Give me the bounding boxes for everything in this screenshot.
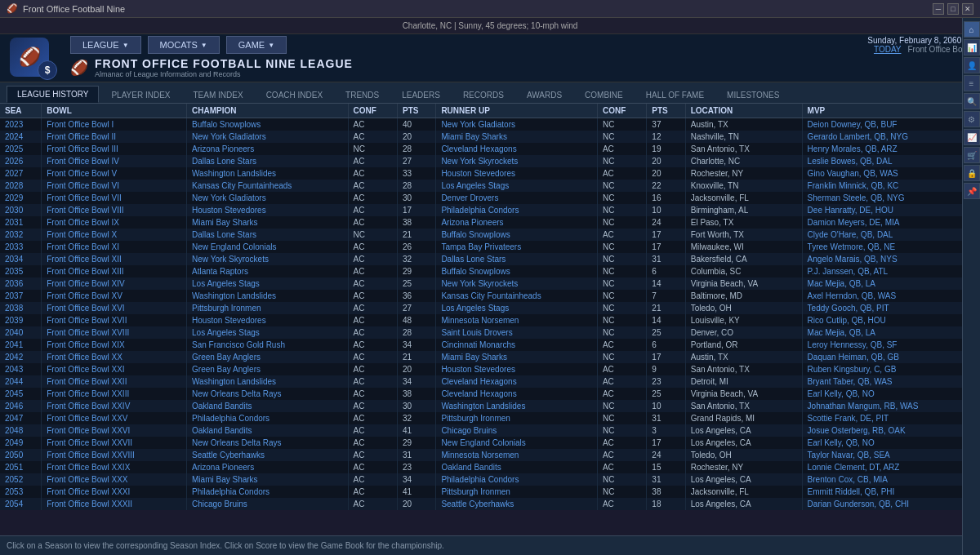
cell-23-1[interactable]: Front Office Bowl XXIV: [42, 400, 187, 412]
sidebar-icon-4[interactable]: 🔍: [964, 93, 980, 109]
cell-27-1[interactable]: Front Office Bowl XXVIII: [42, 449, 187, 461]
game-button[interactable]: GAME ▼: [226, 36, 287, 54]
cell-10-9[interactable]: Tyree Wetmore, QB, NE: [802, 241, 979, 253]
cell-25-5[interactable]: Chicago Bruins: [436, 424, 598, 437]
table-row[interactable]: 2049Front Office Bowl XXVIINew Orleans D…: [0, 437, 980, 449]
table-row[interactable]: 2038Front Office Bowl XVIPittsburgh Iron…: [0, 302, 980, 314]
table-row[interactable]: 2054Front Office Bowl XXXIIChicago Bruin…: [0, 498, 980, 510]
cell-0-9[interactable]: Deion Downey, QB, BUF: [802, 118, 979, 131]
cell-5-9[interactable]: Franklin Minnick, QB, KC: [802, 180, 979, 192]
cell-7-5[interactable]: Philadelphia Condors: [436, 204, 598, 216]
cell-12-8[interactable]: Columbia, SC: [685, 265, 802, 278]
cell-5-1[interactable]: Front Office Bowl VI: [42, 180, 187, 192]
tab-awards[interactable]: AWARDS: [516, 87, 572, 103]
table-row[interactable]: 2043Front Office Bowl XXIGreen Bay Angle…: [0, 363, 980, 375]
cell-4-2[interactable]: Washington Landslides: [187, 167, 349, 180]
cell-16-0[interactable]: 2039: [0, 314, 42, 326]
cell-8-2[interactable]: Miami Bay Sharks: [187, 216, 349, 229]
cell-13-9[interactable]: Mac Mejia, QB, LA: [802, 278, 979, 290]
table-row[interactable]: 2030Front Office Bowl VIIIHouston Steved…: [0, 204, 980, 216]
league-button[interactable]: LEAGUE ▼: [70, 36, 141, 54]
cell-1-1[interactable]: Front Office Bowl II: [42, 131, 187, 143]
cell-4-1[interactable]: Front Office Bowl V: [42, 167, 187, 180]
cell-10-1[interactable]: Front Office Bowl XI: [42, 241, 187, 253]
cell-8-5[interactable]: Arizona Pioneers: [436, 216, 598, 229]
cell-1-9[interactable]: Gerardo Lambert, QB, NYG: [802, 131, 979, 143]
tab-trends[interactable]: TRENDS: [335, 87, 390, 103]
today-label[interactable]: TODAY: [874, 45, 902, 54]
cell-9-0[interactable]: 2032: [0, 229, 42, 241]
cell-6-1[interactable]: Front Office Bowl VII: [42, 192, 187, 204]
cell-7-9[interactable]: Dee Hanratty, DE, HOU: [802, 204, 979, 216]
table-row[interactable]: 2046Front Office Bowl XXIVOakland Bandit…: [0, 400, 980, 412]
cell-30-8[interactable]: Jacksonville, FL: [685, 486, 802, 498]
cell-14-5[interactable]: Kansas City Fountainheads: [436, 290, 598, 302]
sidebar-icon-8[interactable]: 🔒: [964, 165, 980, 181]
cell-2-2[interactable]: Arizona Pioneers: [187, 143, 349, 155]
cell-8-0[interactable]: 2031: [0, 216, 42, 229]
cell-25-1[interactable]: Front Office Bowl XXVI: [42, 424, 187, 437]
table-row[interactable]: 2031Front Office Bowl IXMiami Bay Sharks…: [0, 216, 980, 229]
cell-24-2[interactable]: Philadelphia Condors: [187, 412, 349, 424]
table-row[interactable]: 2050Front Office Bowl XXVIIISeattle Cybe…: [0, 449, 980, 461]
cell-21-9[interactable]: Bryant Taber, QB, WAS: [802, 375, 979, 388]
minimize-button[interactable]: ─: [933, 3, 944, 15]
cell-24-1[interactable]: Front Office Bowl XXV: [42, 412, 187, 424]
cell-17-1[interactable]: Front Office Bowl XVIII: [42, 326, 187, 339]
cell-14-8[interactable]: Baltimore, MD: [685, 290, 802, 302]
cell-8-1[interactable]: Front Office Bowl IX: [42, 216, 187, 229]
cell-20-0[interactable]: 2043: [0, 363, 42, 375]
cell-2-9[interactable]: Henry Morales, QB, ARZ: [802, 143, 979, 155]
cell-1-0[interactable]: 2024: [0, 131, 42, 143]
cell-13-8[interactable]: Virginia Beach, VA: [685, 278, 802, 290]
cell-5-5[interactable]: Los Angeles Stags: [436, 180, 598, 192]
cell-22-9[interactable]: Earl Kelly, QB, NO: [802, 388, 979, 400]
cell-29-5[interactable]: Philadelphia Condors: [436, 473, 598, 486]
cell-29-0[interactable]: 2052: [0, 473, 42, 486]
tab-team_index[interactable]: TEAM INDEX: [183, 87, 254, 103]
cell-25-2[interactable]: Oakland Bandits: [187, 424, 349, 437]
table-row[interactable]: 2048Front Office Bowl XXVIOakland Bandit…: [0, 424, 980, 437]
table-row[interactable]: 2026Front Office Bowl IVDallas Lone Star…: [0, 155, 980, 167]
cell-28-5[interactable]: Oakland Bandits: [436, 461, 598, 473]
cell-2-8[interactable]: San Antonio, TX: [685, 143, 802, 155]
cell-30-2[interactable]: Philadelphia Condors: [187, 486, 349, 498]
cell-31-8[interactable]: Los Angeles, CA: [685, 498, 802, 510]
cell-9-1[interactable]: Front Office Bowl X: [42, 229, 187, 241]
cell-20-1[interactable]: Front Office Bowl XXI: [42, 363, 187, 375]
sidebar-icon-5[interactable]: ⚙: [964, 111, 980, 127]
cell-12-1[interactable]: Front Office Bowl XIII: [42, 265, 187, 278]
cell-23-8[interactable]: San Antonio, TX: [685, 400, 802, 412]
sidebar-icon-9[interactable]: 📌: [964, 183, 980, 199]
table-row[interactable]: 2039Front Office Bowl XVIIHouston Steved…: [0, 314, 980, 326]
table-row[interactable]: 2032Front Office Bowl XDallas Lone Stars…: [0, 229, 980, 241]
mocats-button[interactable]: MOCATS ▼: [148, 36, 220, 54]
tab-records[interactable]: RECORDS: [452, 87, 514, 103]
cell-0-0[interactable]: 2023: [0, 118, 42, 131]
cell-19-0[interactable]: 2042: [0, 351, 42, 363]
cell-1-2[interactable]: New York Gladiators: [187, 131, 349, 143]
cell-11-2[interactable]: New York Skyrockets: [187, 253, 349, 265]
cell-18-2[interactable]: San Francisco Gold Rush: [187, 339, 349, 351]
table-row[interactable]: 2034Front Office Bowl XIINew York Skyroc…: [0, 253, 980, 265]
cell-4-5[interactable]: Houston Stevedores: [436, 167, 598, 180]
cell-21-5[interactable]: Cleveland Hexagons: [436, 375, 598, 388]
cell-3-2[interactable]: Dallas Lone Stars: [187, 155, 349, 167]
cell-7-0[interactable]: 2030: [0, 204, 42, 216]
table-row[interactable]: 2052Front Office Bowl XXXMiami Bay Shark…: [0, 473, 980, 486]
maximize-button[interactable]: □: [947, 3, 959, 15]
cell-0-2[interactable]: Buffalo Snowplows: [187, 118, 349, 131]
cell-15-5[interactable]: Los Angeles Stags: [436, 302, 598, 314]
cell-12-2[interactable]: Atlanta Raptors: [187, 265, 349, 278]
cell-8-8[interactable]: El Paso, TX: [685, 216, 802, 229]
cell-6-8[interactable]: Jacksonville, FL: [685, 192, 802, 204]
cell-29-9[interactable]: Brenton Cox, CB, MIA: [802, 473, 979, 486]
cell-26-5[interactable]: New England Colonials: [436, 437, 598, 449]
cell-20-2[interactable]: Green Bay Anglers: [187, 363, 349, 375]
cell-9-8[interactable]: Fort Worth, TX: [685, 229, 802, 241]
cell-5-8[interactable]: Knoxville, TN: [685, 180, 802, 192]
cell-10-5[interactable]: Tampa Bay Privateers: [436, 241, 598, 253]
cell-17-8[interactable]: Denver, CO: [685, 326, 802, 339]
cell-19-9[interactable]: Daquan Heiman, QB, GB: [802, 351, 979, 363]
cell-19-5[interactable]: Miami Bay Sharks: [436, 351, 598, 363]
